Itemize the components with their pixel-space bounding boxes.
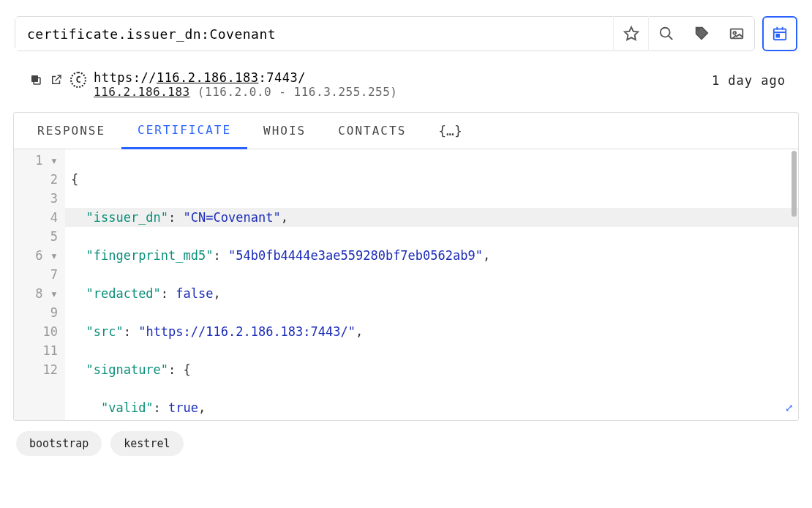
svg-rect-9 xyxy=(776,34,779,37)
detail-panel: Response Certificate Whois Contacts {…} … xyxy=(13,112,799,421)
vertical-scrollbar[interactable] xyxy=(792,151,797,217)
gutter-line[interactable]: 1 ▾ xyxy=(17,151,58,170)
svg-line-2 xyxy=(669,36,673,40)
search-icon[interactable] xyxy=(649,16,684,51)
calendar-button[interactable] xyxy=(762,16,797,51)
tab-response[interactable]: Response xyxy=(21,113,121,149)
gutter-line: 10 xyxy=(17,322,58,341)
copy-icon[interactable] xyxy=(29,70,42,83)
svg-point-1 xyxy=(661,28,670,37)
tab-whois[interactable]: Whois xyxy=(247,113,322,149)
tag-chip[interactable]: kestrel xyxy=(110,431,183,456)
tab-contacts[interactable]: Contacts xyxy=(322,113,422,149)
tab-json[interactable]: {…} xyxy=(422,113,478,149)
gutter-line: 11 xyxy=(17,341,58,360)
result-url[interactable]: https://116.2.186.183:7443/ xyxy=(94,70,397,85)
time-ago: 1 day ago xyxy=(712,70,786,88)
url-port: :7443/ xyxy=(258,70,305,85)
gutter-line[interactable]: 8 ▾ xyxy=(17,284,58,303)
gutter: 1 ▾ 2 3 4 5 6 ▾ 7 8 ▾ 9 10 11 12 xyxy=(14,149,65,420)
gutter-line: 3 xyxy=(17,189,58,208)
tag-chip[interactable]: bootstrap xyxy=(16,431,102,456)
tab-certificate[interactable]: Certificate xyxy=(121,113,247,149)
gutter-line[interactable]: 6 ▾ xyxy=(17,246,58,265)
ip-link[interactable]: 116.2.186.183 xyxy=(94,85,190,99)
open-external-icon[interactable] xyxy=(50,70,63,83)
gutter-line: 9 xyxy=(17,303,58,322)
url-scheme: https:// xyxy=(94,70,157,85)
code-body[interactable]: { "issuer_dn": "CN=Covenant", "fingerpri… xyxy=(65,149,798,420)
gutter-line: 7 xyxy=(17,265,58,284)
search-box xyxy=(15,16,755,51)
code-viewer: 1 ▾ 2 3 4 5 6 ▾ 7 8 ▾ 9 10 11 12 { "issu… xyxy=(14,149,798,420)
star-icon[interactable] xyxy=(614,16,649,51)
svg-point-4 xyxy=(733,31,736,34)
url-host[interactable]: 116.2.186.183 xyxy=(157,70,259,85)
image-search-icon[interactable] xyxy=(719,16,754,51)
gutter-line: 5 xyxy=(17,227,58,246)
svg-marker-0 xyxy=(624,27,637,40)
gutter-line: 4 xyxy=(17,208,58,227)
search-input[interactable] xyxy=(15,18,613,51)
gutter-line: 12 xyxy=(17,360,58,379)
tags-row: bootstrap kestrel xyxy=(0,421,812,466)
source-logo-icon: C xyxy=(70,72,86,88)
ip-range: (116.2.0.0 - 116.3.255.255) xyxy=(190,85,398,99)
expand-icon[interactable]: ⤢ xyxy=(785,398,794,417)
tabs: Response Certificate Whois Contacts {…} xyxy=(14,113,798,149)
gutter-line: 2 xyxy=(17,170,58,189)
tag-icon[interactable] xyxy=(684,16,719,51)
svg-rect-11 xyxy=(31,75,38,82)
result-ip-line: 116.2.186.183 (116.2.0.0 - 116.3.255.255… xyxy=(94,85,397,99)
